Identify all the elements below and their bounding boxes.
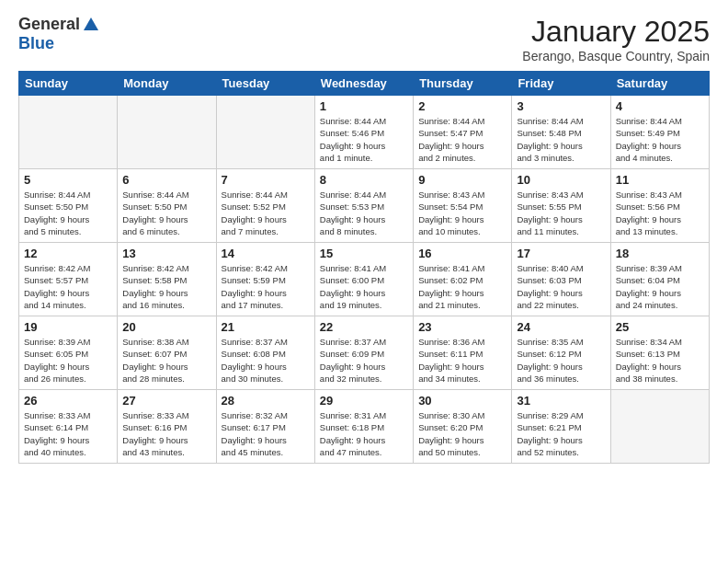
day-number: 28 bbox=[222, 394, 310, 408]
day-number: 24 bbox=[517, 320, 605, 334]
calendar-cell: 18Sunrise: 8:39 AM Sunset: 6:04 PM Dayli… bbox=[610, 243, 709, 316]
calendar-cell: 2Sunrise: 8:44 AM Sunset: 5:47 PM Daylig… bbox=[414, 96, 512, 169]
calendar-cell: 22Sunrise: 8:37 AM Sunset: 6:09 PM Dayli… bbox=[314, 316, 413, 390]
calendar-cell bbox=[216, 96, 314, 169]
day-info: Sunrise: 8:42 AM Sunset: 5:58 PM Dayligh… bbox=[122, 262, 210, 311]
day-info: Sunrise: 8:30 AM Sunset: 6:20 PM Dayligh… bbox=[418, 409, 506, 458]
calendar-cell: 1Sunrise: 8:44 AM Sunset: 5:46 PM Daylig… bbox=[314, 96, 413, 169]
calendar-header-wednesday: Wednesday bbox=[314, 72, 413, 96]
day-info: Sunrise: 8:43 AM Sunset: 5:55 PM Dayligh… bbox=[517, 189, 605, 237]
calendar-header-monday: Monday bbox=[118, 72, 216, 96]
calendar-week-4: 19Sunrise: 8:39 AM Sunset: 6:05 PM Dayli… bbox=[19, 316, 710, 390]
day-info: Sunrise: 8:43 AM Sunset: 5:54 PM Dayligh… bbox=[418, 189, 506, 237]
day-number: 29 bbox=[320, 394, 408, 408]
calendar-header-tuesday: Tuesday bbox=[216, 72, 314, 96]
calendar-cell: 4Sunrise: 8:44 AM Sunset: 5:49 PM Daylig… bbox=[610, 96, 709, 169]
day-number: 9 bbox=[418, 173, 506, 187]
day-info: Sunrise: 8:41 AM Sunset: 6:02 PM Dayligh… bbox=[418, 262, 506, 311]
day-info: Sunrise: 8:37 AM Sunset: 6:08 PM Dayligh… bbox=[222, 336, 310, 385]
calendar-header-saturday: Saturday bbox=[610, 72, 709, 96]
calendar-cell: 16Sunrise: 8:41 AM Sunset: 6:02 PM Dayli… bbox=[414, 243, 512, 316]
day-number: 14 bbox=[222, 247, 310, 260]
logo-triangle-icon bbox=[84, 17, 98, 30]
day-info: Sunrise: 8:36 AM Sunset: 6:11 PM Dayligh… bbox=[418, 336, 506, 385]
calendar-week-2: 5Sunrise: 8:44 AM Sunset: 5:50 PM Daylig… bbox=[19, 169, 710, 243]
day-info: Sunrise: 8:37 AM Sunset: 6:09 PM Dayligh… bbox=[320, 336, 408, 385]
calendar-cell: 30Sunrise: 8:30 AM Sunset: 6:20 PM Dayli… bbox=[414, 390, 512, 464]
logo: General Blue bbox=[18, 15, 98, 53]
day-number: 2 bbox=[418, 99, 506, 113]
day-number: 5 bbox=[24, 173, 112, 187]
day-info: Sunrise: 8:44 AM Sunset: 5:49 PM Dayligh… bbox=[616, 115, 704, 164]
calendar-cell bbox=[610, 390, 709, 464]
calendar-header-thursday: Thursday bbox=[414, 72, 512, 96]
page: General Blue January 2025 Berango, Basqu… bbox=[0, 0, 728, 563]
day-info: Sunrise: 8:39 AM Sunset: 6:04 PM Dayligh… bbox=[616, 262, 704, 311]
calendar-cell: 10Sunrise: 8:43 AM Sunset: 5:55 PM Dayli… bbox=[512, 169, 610, 243]
day-info: Sunrise: 8:33 AM Sunset: 6:14 PM Dayligh… bbox=[24, 409, 112, 458]
calendar-cell: 21Sunrise: 8:37 AM Sunset: 6:08 PM Dayli… bbox=[216, 316, 314, 390]
calendar-cell: 14Sunrise: 8:42 AM Sunset: 5:59 PM Dayli… bbox=[216, 243, 314, 316]
day-number: 27 bbox=[122, 394, 210, 408]
calendar-cell: 17Sunrise: 8:40 AM Sunset: 6:03 PM Dayli… bbox=[512, 243, 610, 316]
day-number: 6 bbox=[122, 173, 210, 187]
day-number: 19 bbox=[24, 320, 112, 334]
day-number: 30 bbox=[418, 394, 506, 408]
day-number: 10 bbox=[517, 173, 605, 187]
day-info: Sunrise: 8:33 AM Sunset: 6:16 PM Dayligh… bbox=[122, 409, 210, 458]
calendar-cell: 3Sunrise: 8:44 AM Sunset: 5:48 PM Daylig… bbox=[512, 96, 610, 169]
day-number: 4 bbox=[616, 99, 704, 113]
calendar-cell: 19Sunrise: 8:39 AM Sunset: 6:05 PM Dayli… bbox=[19, 316, 118, 390]
day-number: 25 bbox=[616, 320, 704, 334]
calendar-cell: 5Sunrise: 8:44 AM Sunset: 5:50 PM Daylig… bbox=[19, 169, 118, 243]
day-info: Sunrise: 8:44 AM Sunset: 5:46 PM Dayligh… bbox=[320, 115, 408, 164]
logo-blue-text: Blue bbox=[18, 34, 54, 53]
day-info: Sunrise: 8:34 AM Sunset: 6:13 PM Dayligh… bbox=[616, 336, 704, 385]
day-number: 26 bbox=[24, 394, 112, 408]
calendar-cell: 27Sunrise: 8:33 AM Sunset: 6:16 PM Dayli… bbox=[118, 390, 216, 464]
calendar-cell: 6Sunrise: 8:44 AM Sunset: 5:50 PM Daylig… bbox=[118, 169, 216, 243]
calendar-cell: 8Sunrise: 8:44 AM Sunset: 5:53 PM Daylig… bbox=[314, 169, 413, 243]
calendar-cell: 26Sunrise: 8:33 AM Sunset: 6:14 PM Dayli… bbox=[19, 390, 118, 464]
day-number: 8 bbox=[320, 173, 408, 187]
calendar-cell bbox=[19, 96, 118, 169]
day-number: 18 bbox=[616, 247, 704, 260]
day-info: Sunrise: 8:38 AM Sunset: 6:07 PM Dayligh… bbox=[122, 336, 210, 385]
day-number: 20 bbox=[122, 320, 210, 334]
main-title: January 2025 bbox=[522, 15, 710, 49]
day-info: Sunrise: 8:44 AM Sunset: 5:47 PM Dayligh… bbox=[418, 115, 506, 164]
calendar-cell: 25Sunrise: 8:34 AM Sunset: 6:13 PM Dayli… bbox=[610, 316, 709, 390]
title-section: January 2025 Berango, Basque Country, Sp… bbox=[522, 15, 710, 63]
calendar-week-5: 26Sunrise: 8:33 AM Sunset: 6:14 PM Dayli… bbox=[19, 390, 710, 464]
calendar-week-1: 1Sunrise: 8:44 AM Sunset: 5:46 PM Daylig… bbox=[19, 96, 710, 169]
calendar-cell: 28Sunrise: 8:32 AM Sunset: 6:17 PM Dayli… bbox=[216, 390, 314, 464]
day-info: Sunrise: 8:44 AM Sunset: 5:50 PM Dayligh… bbox=[122, 189, 210, 237]
calendar-cell: 7Sunrise: 8:44 AM Sunset: 5:52 PM Daylig… bbox=[216, 169, 314, 243]
header: General Blue January 2025 Berango, Basqu… bbox=[18, 15, 710, 63]
day-info: Sunrise: 8:42 AM Sunset: 5:57 PM Dayligh… bbox=[24, 262, 112, 311]
day-info: Sunrise: 8:43 AM Sunset: 5:56 PM Dayligh… bbox=[616, 189, 704, 237]
day-info: Sunrise: 8:44 AM Sunset: 5:50 PM Dayligh… bbox=[24, 189, 112, 237]
subtitle: Berango, Basque Country, Spain bbox=[522, 49, 710, 63]
day-info: Sunrise: 8:29 AM Sunset: 6:21 PM Dayligh… bbox=[517, 409, 605, 458]
day-number: 16 bbox=[418, 247, 506, 260]
day-number: 11 bbox=[616, 173, 704, 187]
day-info: Sunrise: 8:42 AM Sunset: 5:59 PM Dayligh… bbox=[222, 262, 310, 311]
day-info: Sunrise: 8:39 AM Sunset: 6:05 PM Dayligh… bbox=[24, 336, 112, 385]
day-info: Sunrise: 8:31 AM Sunset: 6:18 PM Dayligh… bbox=[320, 409, 408, 458]
day-number: 15 bbox=[320, 247, 408, 260]
calendar-cell: 13Sunrise: 8:42 AM Sunset: 5:58 PM Dayli… bbox=[118, 243, 216, 316]
calendar-cell: 11Sunrise: 8:43 AM Sunset: 5:56 PM Dayli… bbox=[610, 169, 709, 243]
day-info: Sunrise: 8:40 AM Sunset: 6:03 PM Dayligh… bbox=[517, 262, 605, 311]
day-number: 21 bbox=[222, 320, 310, 334]
calendar-cell: 23Sunrise: 8:36 AM Sunset: 6:11 PM Dayli… bbox=[414, 316, 512, 390]
day-number: 1 bbox=[320, 99, 408, 113]
calendar-week-3: 12Sunrise: 8:42 AM Sunset: 5:57 PM Dayli… bbox=[19, 243, 710, 316]
day-number: 13 bbox=[122, 247, 210, 260]
calendar-cell: 9Sunrise: 8:43 AM Sunset: 5:54 PM Daylig… bbox=[414, 169, 512, 243]
day-info: Sunrise: 8:44 AM Sunset: 5:48 PM Dayligh… bbox=[517, 115, 605, 164]
calendar-cell: 15Sunrise: 8:41 AM Sunset: 6:00 PM Dayli… bbox=[314, 243, 413, 316]
calendar-header-friday: Friday bbox=[512, 72, 610, 96]
day-number: 3 bbox=[517, 99, 605, 113]
day-info: Sunrise: 8:32 AM Sunset: 6:17 PM Dayligh… bbox=[222, 409, 310, 458]
